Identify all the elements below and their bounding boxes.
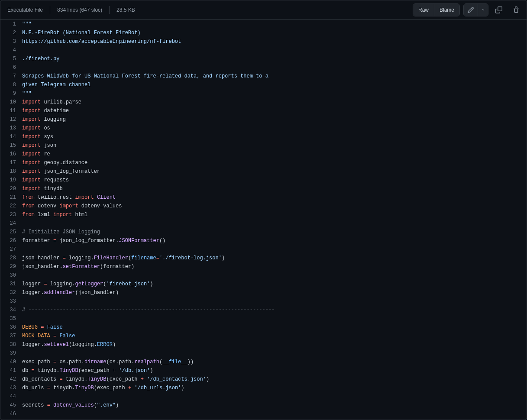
line-number[interactable]: 42	[0, 375, 22, 384]
edit-button[interactable]	[464, 4, 478, 16]
code-content: import json_log_formatter	[22, 167, 100, 176]
line-number[interactable]: 20	[0, 184, 22, 193]
code-content: import tinydb	[22, 184, 63, 193]
code-line: 19import requests	[0, 176, 527, 184]
line-number[interactable]: 10	[0, 98, 22, 107]
line-number[interactable]: 23	[0, 210, 22, 219]
file-toolbar: Executable File 834 lines (647 sloc) 28.…	[0, 0, 527, 20]
line-number[interactable]: 29	[0, 262, 22, 271]
code-content: import geopy.distance	[22, 158, 87, 167]
code-content: https://github.com/acceptableEngineering…	[22, 37, 181, 46]
code-line: 43db_urls = tinydb.TinyDB(exec_path + '/…	[0, 384, 527, 392]
line-number[interactable]: 36	[0, 323, 22, 332]
line-number[interactable]: 3	[0, 37, 22, 46]
code-content: Scrapes WildWeb for US National Forest f…	[22, 72, 268, 81]
code-content: from lxml import html	[22, 210, 87, 219]
raw-button[interactable]: Raw	[413, 4, 434, 16]
line-number[interactable]: 41	[0, 366, 22, 375]
line-number[interactable]: 40	[0, 358, 22, 366]
line-number[interactable]: 45	[0, 401, 22, 410]
line-number[interactable]: 30	[0, 271, 22, 280]
code-line: 6	[0, 63, 527, 72]
code-line: 12import logging	[0, 115, 527, 124]
line-number[interactable]: 9	[0, 89, 22, 98]
line-number[interactable]: 26	[0, 236, 22, 245]
line-number[interactable]: 13	[0, 124, 22, 132]
code-line: 24	[0, 219, 527, 228]
code-content: db_urls = tinydb.TinyDB(exec_path + '/db…	[22, 384, 184, 392]
line-number[interactable]: 14	[0, 132, 22, 141]
line-number[interactable]: 34	[0, 306, 22, 314]
line-number[interactable]: 7	[0, 72, 22, 81]
code-line: 46	[0, 410, 527, 418]
line-number[interactable]: 27	[0, 245, 22, 254]
line-number[interactable]: 15	[0, 141, 22, 150]
line-number[interactable]: 22	[0, 202, 22, 210]
line-number[interactable]: 28	[0, 254, 22, 262]
line-number[interactable]: 4	[0, 46, 22, 55]
pencil-icon	[467, 6, 474, 13]
line-number[interactable]: 44	[0, 392, 22, 401]
line-number[interactable]: 35	[0, 314, 22, 323]
line-number[interactable]: 2	[0, 29, 22, 37]
code-content: """	[22, 20, 32, 29]
code-line: 11import datetime	[0, 107, 527, 115]
line-number[interactable]: 39	[0, 349, 22, 358]
line-number[interactable]: 11	[0, 107, 22, 115]
code-content: secrets = dotenv_values(".env")	[22, 401, 119, 410]
line-number[interactable]: 12	[0, 115, 22, 124]
line-stats: 834 lines (647 sloc)	[57, 7, 102, 13]
code-content: from twilio.rest import Client	[22, 193, 116, 202]
line-number[interactable]: 8	[0, 81, 22, 89]
code-line: 20import tinydb	[0, 184, 527, 193]
line-number[interactable]: 24	[0, 219, 22, 228]
code-line: 5./firebot.py	[0, 55, 527, 63]
code-content: ./firebot.py	[22, 55, 59, 63]
file-size: 28.5 KB	[116, 7, 135, 13]
edit-dropdown-button[interactable]	[478, 4, 488, 16]
code-line: 29json_handler.setFormatter(formatter)	[0, 262, 527, 271]
code-line: 23from lxml import html	[0, 210, 527, 219]
code-line: 42db_contacts = tinydb.TinyDB(exec_path …	[0, 375, 527, 384]
code-line: 36DEBUG = False	[0, 323, 527, 332]
code-content: # Initialize JSON logging	[22, 228, 100, 236]
blame-button[interactable]: Blame	[434, 4, 459, 16]
line-number[interactable]: 17	[0, 158, 22, 167]
code-content: json_handler.setFormatter(formatter)	[22, 262, 134, 271]
line-number[interactable]: 21	[0, 193, 22, 202]
code-line: 40exec_path = os.path.dirname(os.path.re…	[0, 358, 527, 366]
code-view: 1"""2N.F.-FireBot (National Forest FireB…	[0, 20, 527, 418]
code-content: logger.setLevel(logging.ERROR)	[22, 340, 116, 349]
line-number[interactable]: 1	[0, 20, 22, 29]
line-number[interactable]: 19	[0, 176, 22, 184]
file-info: Executable File 834 lines (647 sloc) 28.…	[7, 6, 135, 14]
line-number[interactable]: 32	[0, 288, 22, 297]
line-number[interactable]: 16	[0, 150, 22, 158]
code-content: exec_path = os.path.dirname(os.path.real…	[22, 358, 194, 366]
code-line: 22from dotenv import dotenv_values	[0, 202, 527, 210]
code-content: import datetime	[22, 107, 69, 115]
code-line: 44	[0, 392, 527, 401]
code-line: 2N.F.-FireBot (National Forest FireBot)	[0, 29, 527, 37]
line-number[interactable]: 43	[0, 384, 22, 392]
copy-button[interactable]	[492, 4, 506, 16]
edit-group	[463, 3, 488, 16]
line-number[interactable]: 38	[0, 340, 22, 349]
line-number[interactable]: 25	[0, 228, 22, 236]
code-line: 14import sys	[0, 132, 527, 141]
code-content: import json	[22, 141, 56, 150]
line-number[interactable]: 5	[0, 55, 22, 63]
code-line: 10import urllib.parse	[0, 98, 527, 107]
code-content: N.F.-FireBot (National Forest FireBot)	[22, 29, 141, 37]
code-content: logger.addHandler(json_handler)	[22, 288, 119, 297]
code-line: 27	[0, 245, 527, 254]
line-number[interactable]: 46	[0, 410, 22, 418]
line-number[interactable]: 31	[0, 280, 22, 288]
delete-button[interactable]	[509, 4, 523, 16]
line-number[interactable]: 37	[0, 332, 22, 340]
line-number[interactable]: 33	[0, 297, 22, 306]
line-number[interactable]: 6	[0, 63, 22, 72]
code-line: 8given Telegram channel	[0, 81, 527, 89]
line-number[interactable]: 18	[0, 167, 22, 176]
code-content: MOCK_DATA = False	[22, 332, 75, 340]
